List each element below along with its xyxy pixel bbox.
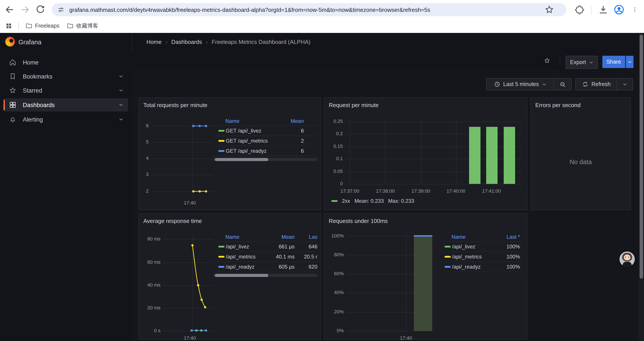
series-swatch-blue	[218, 150, 224, 152]
legend-scrollbar[interactable]	[213, 274, 318, 277]
legend-row[interactable]: /api/_metrics 100%	[439, 252, 521, 262]
bookmark-star-icon[interactable]	[544, 5, 554, 15]
series-name[interactable]: GET /api/_readyz	[226, 148, 286, 154]
legend-inline[interactable]: 2xx Mean: 0.233 Max: 0.233	[332, 198, 414, 204]
legend-col-mean[interactable]: Mean	[268, 234, 294, 240]
series-name[interactable]: /api/_readyz	[452, 264, 496, 270]
series-swatch-blue	[218, 266, 224, 268]
sidebar-item-bookmarks[interactable]: Bookmarks	[4, 70, 128, 83]
legend-row[interactable]: /api/_metrics 40.1 ms 20.5 r	[213, 252, 318, 262]
series-mean: 2	[286, 138, 304, 144]
series-name[interactable]: GET /api/_livez	[226, 128, 286, 134]
y-tick: 0.05	[324, 169, 343, 174]
share-button[interactable]: Share	[602, 56, 625, 68]
page-scrollbar-thumb[interactable]	[640, 35, 643, 279]
series-name[interactable]: GET /api/_metrics	[226, 138, 286, 144]
breadcrumb-current[interactable]: Freeleaps Metrics Dashboard (ALPHA)	[212, 39, 310, 45]
apps-grid-icon[interactable]	[5, 22, 12, 30]
legend-col-name[interactable]: Name	[225, 234, 268, 240]
series-swatch-green	[218, 130, 224, 132]
zoom-out-button[interactable]	[553, 78, 572, 90]
refresh-interval-dropdown[interactable]	[616, 78, 633, 90]
legend-col-name[interactable]: Name	[225, 118, 286, 124]
legend-scrollbar-thumb[interactable]	[215, 158, 268, 161]
chevron-down-icon[interactable]	[118, 117, 124, 122]
grafana-brand[interactable]: Grafana	[18, 33, 42, 51]
bar-2xx	[486, 127, 498, 184]
legend-col-last[interactable]: Last *	[496, 234, 520, 240]
series-name[interactable]: 2xx	[342, 198, 350, 204]
legend-table: Name Mean Las /api/_livez 661 µs 646 /ap…	[213, 232, 318, 277]
legend-row[interactable]: /api/_livez 661 µs 646	[213, 242, 318, 252]
time-range-picker[interactable]: Last 5 minutes	[486, 78, 554, 90]
bookmark-folder-freeleaps[interactable]: Freeleaps	[26, 22, 60, 30]
legend-row[interactable]: GET /api/_metrics 2	[213, 136, 318, 146]
chevron-down-icon[interactable]	[118, 102, 124, 108]
x-tick: 17:40	[397, 335, 415, 340]
chevron-down-icon[interactable]	[118, 74, 124, 79]
export-button[interactable]: Export	[566, 56, 598, 69]
legend-col-name[interactable]: Name	[452, 234, 496, 240]
legend-scrollbar-thumb[interactable]	[215, 274, 268, 277]
address-bar[interactable]: grafana.mathmast.com/d/deytv4rwavabkb/fr…	[52, 3, 566, 16]
panel-title[interactable]: Request per minute	[329, 102, 378, 108]
grafana-logo-icon[interactable]	[5, 37, 15, 47]
legend-col-last[interactable]: Las	[294, 234, 318, 240]
profile-icon[interactable]	[613, 4, 625, 15]
legend-row[interactable]: GET /api/_readyz 6	[213, 146, 318, 156]
refresh-button[interactable]: Refresh	[575, 78, 618, 90]
y-tick: 0.2	[324, 131, 343, 136]
sidebar-item-label: Bookmarks	[23, 73, 52, 80]
sidebar-item-alerting[interactable]: Alerting	[4, 113, 128, 126]
legend-row[interactable]: /api/_livez 100%	[439, 242, 521, 252]
reload-icon[interactable]	[35, 5, 46, 15]
panel-requests-under-100ms: Requests under 100ms 100% 80% 60% 40% 20…	[324, 213, 528, 340]
series-last: 100%	[496, 244, 520, 250]
bar-2xx	[504, 127, 515, 184]
sidebar-item-starred[interactable]: Starred	[4, 84, 128, 97]
series-name[interactable]: /api/_readyz	[226, 264, 268, 270]
forward-icon[interactable]	[20, 5, 30, 15]
breadcrumb-home[interactable]: Home	[146, 39, 162, 45]
breadcrumb-dashboards[interactable]: Dashboards	[171, 39, 202, 45]
sidebar-item-dashboards[interactable]: Dashboards	[4, 98, 128, 112]
legend-scrollbar[interactable]	[213, 158, 318, 161]
series-name[interactable]: /api/_metrics	[226, 254, 268, 260]
panel-title[interactable]: Errors per second	[535, 102, 581, 108]
series-swatch-green	[218, 246, 224, 247]
legend-row[interactable]: /api/_readyz 100%	[439, 262, 521, 272]
favorite-star-icon[interactable]	[544, 57, 550, 64]
chevron-down-icon[interactable]	[118, 88, 124, 93]
screen: grafana.mathmast.com/d/deytv4rwavabkb/fr…	[0, 0, 644, 341]
page-scrollbar[interactable]	[639, 33, 644, 341]
series-name[interactable]: /api/_metrics	[452, 254, 496, 260]
x-tick: 17:41:00	[478, 188, 504, 194]
share-label: Share	[606, 59, 621, 65]
series-mean: 6	[286, 148, 304, 154]
legend-row[interactable]: /api/_readyz 605 µs 620	[213, 262, 318, 272]
bookmark-folder-blogs[interactable]: 收藏博客	[67, 22, 98, 30]
series-last: 100%	[496, 264, 520, 270]
extensions-icon[interactable]	[574, 5, 585, 15]
site-settings-icon[interactable]	[58, 6, 64, 13]
series-swatch-green	[332, 200, 338, 202]
panel-errors-per-second: Errors per second No data	[530, 97, 631, 210]
browser-menu-icon[interactable]	[632, 5, 638, 15]
y-tick: 0.15	[324, 144, 343, 149]
url-text[interactable]: grafana.mathmast.com/d/deytv4rwavabkb/fr…	[69, 6, 430, 13]
series-name[interactable]: /api/_livez	[226, 244, 268, 250]
legend-col-mean[interactable]: Mean	[286, 118, 304, 124]
series-name[interactable]: /api/_livez	[452, 244, 496, 250]
bookmark-icon	[9, 72, 17, 80]
assistant-avatar[interactable]	[620, 251, 635, 267]
downloads-icon[interactable]	[598, 5, 608, 15]
panel-average-response-time: Average response time 80 ms 60 ms 40 ms …	[138, 213, 321, 340]
x-tick: 17:37:00	[337, 188, 363, 194]
back-icon[interactable]	[4, 5, 15, 15]
share-dropdown-button[interactable]	[626, 56, 634, 68]
panel-title[interactable]: Requests under 100ms	[329, 218, 388, 224]
panel-request-per-minute: Request per minute 0.25 0.2 0.15 0.1 0.0…	[324, 97, 528, 210]
sidebar-item-home[interactable]: Home	[4, 56, 128, 69]
y-tick: 20%	[324, 309, 344, 314]
legend-row[interactable]: GET /api/_livez 6	[213, 126, 318, 136]
